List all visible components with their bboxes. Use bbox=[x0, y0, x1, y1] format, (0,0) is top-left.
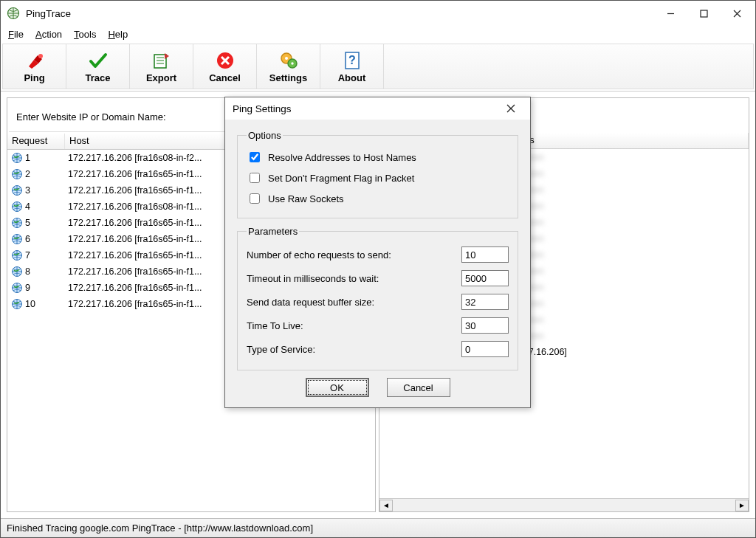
status-text: Finished Tracing google.com PingTrace - … bbox=[7, 523, 313, 534]
svg-point-8 bbox=[291, 62, 293, 64]
tos-row: Type of Service: bbox=[247, 337, 509, 361]
cancel-button[interactable]: Cancel bbox=[387, 378, 450, 397]
cancel-icon bbox=[215, 50, 236, 71]
toolbar-ping-label: Ping bbox=[24, 72, 44, 83]
close-button[interactable] bbox=[721, 2, 754, 24]
toolbar-trace-label: Trace bbox=[86, 72, 111, 83]
svg-rect-1 bbox=[701, 10, 707, 17]
cell-request: 9 bbox=[7, 282, 65, 294]
ttl-label: Time To Live: bbox=[247, 320, 461, 331]
col-request[interactable]: Request bbox=[7, 134, 65, 149]
toolbar-about-label: About bbox=[338, 72, 366, 83]
cell-address: xxxxxxxxxx bbox=[495, 168, 749, 179]
toolbar: Ping Trace Export Cancel Settings ? Abou… bbox=[2, 44, 754, 89]
menu-tools[interactable]: Tools bbox=[69, 27, 100, 41]
resolve-checkbox[interactable] bbox=[250, 152, 260, 162]
svg-point-2 bbox=[38, 54, 43, 58]
check-icon bbox=[88, 50, 109, 71]
options-group: Options Resolve Addresses to Host Names … bbox=[237, 130, 518, 218]
dialog-title: Ping Settings bbox=[233, 103, 496, 114]
cell-request: 3 bbox=[7, 184, 65, 196]
globe-icon bbox=[11, 217, 23, 229]
parameters-legend: Parameters bbox=[247, 226, 299, 237]
toolbar-ping[interactable]: Ping bbox=[3, 44, 66, 89]
hscrollbar[interactable]: ◄ ► bbox=[379, 498, 749, 511]
cell-address: xxxxxxxxxx bbox=[495, 266, 749, 276]
toolbar-about[interactable]: ? About bbox=[320, 44, 384, 89]
buffer-label: Send data request buffer size: bbox=[247, 297, 461, 308]
cell-address: xxxxxxxxxx bbox=[495, 217, 749, 227]
svg-rect-3 bbox=[154, 55, 166, 68]
cell-request: 6 bbox=[7, 233, 65, 245]
echo-input[interactable] bbox=[461, 246, 509, 263]
globe-icon bbox=[11, 298, 23, 310]
toolbar-wrap: Ping Trace Export Cancel Settings ? Abou… bbox=[1, 42, 755, 92]
menu-action[interactable]: Action bbox=[31, 27, 66, 41]
dialog-buttons: OK Cancel bbox=[237, 378, 518, 397]
globe-icon bbox=[11, 201, 23, 213]
raw-checkbox[interactable] bbox=[250, 193, 260, 204]
cell-address: xxxxxxxxxx bbox=[495, 233, 749, 244]
cell-request: 2 bbox=[7, 168, 65, 180]
toolbar-export-label: Export bbox=[146, 72, 176, 83]
globe-icon bbox=[11, 152, 23, 164]
toolbar-settings-label: Settings bbox=[269, 72, 307, 83]
menu-file[interactable]: File bbox=[4, 27, 28, 41]
toolbar-trace[interactable]: Trace bbox=[66, 44, 130, 89]
fragment-checkbox-row[interactable]: Set Don't Fragment Flag in Packet bbox=[247, 168, 509, 188]
globe-icon bbox=[11, 184, 23, 196]
tos-input[interactable] bbox=[461, 341, 509, 357]
dialog-body: Options Resolve Addresses to Host Names … bbox=[225, 120, 530, 407]
cell-request: 1 bbox=[7, 152, 65, 164]
ttl-input[interactable] bbox=[461, 317, 509, 334]
resolve-label: Resolve Addresses to Host Names bbox=[268, 152, 416, 163]
cell-address: xxxxxxxxxx bbox=[495, 331, 749, 341]
cell-request: 4 bbox=[7, 201, 65, 213]
raw-label: Use Raw Sockets bbox=[268, 193, 344, 204]
statusbar: Finished Tracing google.com PingTrace - … bbox=[1, 518, 755, 537]
main-window: PingTrace File Action Tools Help Ping Tr… bbox=[0, 0, 756, 538]
cell-request: 8 bbox=[7, 266, 65, 277]
cell-address: xxxxxxxxxx bbox=[495, 184, 749, 195]
cell-request: 5 bbox=[7, 217, 65, 229]
timeout-row: Timeout in milliseconds to wait: bbox=[247, 266, 509, 290]
svg-text:?: ? bbox=[348, 54, 356, 66]
scroll-left-icon[interactable]: ◄ bbox=[379, 500, 393, 511]
scroll-right-icon[interactable]: ► bbox=[735, 500, 749, 511]
cell-address: xxxxxxxxxx bbox=[495, 314, 749, 325]
parameters-group: Parameters Number of echo requests to se… bbox=[237, 226, 518, 370]
toolbar-settings[interactable]: Settings bbox=[257, 44, 320, 89]
fragment-label: Set Don't Fragment Flag in Packet bbox=[268, 173, 414, 184]
dialog-close-button[interactable] bbox=[496, 100, 526, 117]
fragment-checkbox[interactable] bbox=[250, 173, 260, 183]
ping-settings-dialog: Ping Settings Options Resolve Addresses … bbox=[224, 97, 531, 408]
export-icon bbox=[151, 50, 172, 71]
cell-address: xxxxxxxxxx bbox=[495, 298, 749, 308]
resolve-checkbox-row[interactable]: Resolve Addresses to Host Names bbox=[247, 147, 509, 168]
col-address[interactable]: Address bbox=[495, 133, 749, 148]
echo-label: Number of echo requests to send: bbox=[247, 249, 461, 261]
buffer-input[interactable] bbox=[461, 294, 509, 310]
menu-help[interactable]: Help bbox=[103, 27, 132, 41]
globe-icon bbox=[11, 233, 23, 245]
pin-icon bbox=[24, 50, 45, 71]
minimize-button[interactable] bbox=[654, 2, 687, 24]
toolbar-export[interactable]: Export bbox=[130, 44, 193, 89]
globe-icon bbox=[11, 168, 23, 180]
cell-address: [172.217.16.206] bbox=[495, 347, 749, 357]
timeout-input[interactable] bbox=[461, 270, 509, 286]
toolbar-cancel[interactable]: Cancel bbox=[193, 44, 257, 89]
cell-address: xxxxxxxxxx bbox=[495, 152, 749, 162]
dialog-titlebar: Ping Settings bbox=[225, 97, 530, 120]
cell-address: xxxxxxxxxx bbox=[495, 249, 749, 260]
globe-icon bbox=[11, 249, 23, 261]
raw-checkbox-row[interactable]: Use Raw Sockets bbox=[247, 188, 509, 209]
ok-button[interactable]: OK bbox=[306, 378, 369, 397]
app-icon bbox=[7, 7, 20, 20]
window-title: PingTrace bbox=[26, 8, 654, 19]
menubar: File Action Tools Help bbox=[1, 26, 755, 42]
cell-address: xxxxxxxxxx bbox=[495, 282, 749, 292]
maximize-button[interactable] bbox=[687, 2, 721, 24]
timeout-label: Timeout in milliseconds to wait: bbox=[247, 273, 461, 284]
toolbar-cancel-label: Cancel bbox=[209, 72, 241, 83]
